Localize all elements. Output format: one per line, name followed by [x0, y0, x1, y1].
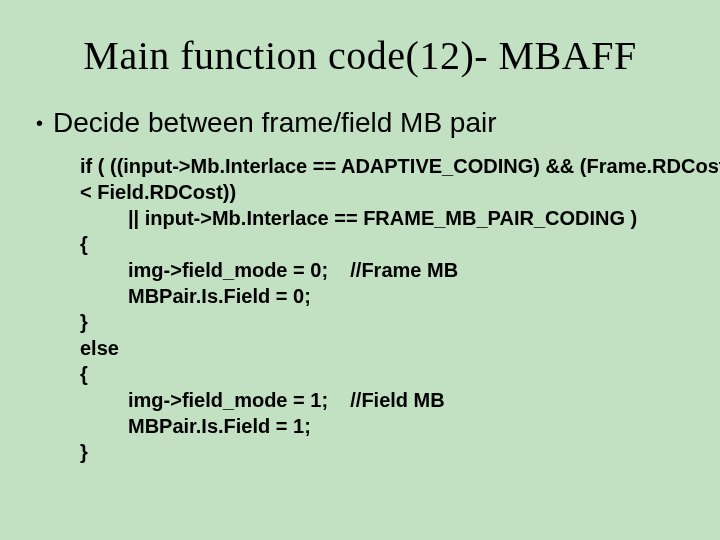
code-line: { — [80, 231, 672, 257]
bullet-marker: • — [36, 107, 43, 139]
code-block: if ( ((input->Mb.Interlace == ADAPTIVE_C… — [80, 153, 672, 465]
code-line: MBPair.Is.Field = 0; — [80, 283, 672, 309]
code-line: } — [80, 439, 672, 465]
code-line: || input->Mb.Interlace == FRAME_MB_PAIR_… — [80, 205, 672, 231]
code-line: < Field.RDCost)) — [80, 179, 672, 205]
code-line: else — [80, 335, 672, 361]
code-line: img->field_mode = 1; //Field MB — [80, 387, 672, 413]
bullet-text: Decide between frame/field MB pair — [53, 107, 497, 139]
bullet-item: • Decide between frame/field MB pair — [36, 107, 672, 139]
code-line: { — [80, 361, 672, 387]
slide: Main function code(12)- MBAFF • Decide b… — [0, 0, 720, 540]
code-line: if ( ((input->Mb.Interlace == ADAPTIVE_C… — [80, 153, 672, 179]
code-line: img->field_mode = 0; //Frame MB — [80, 257, 672, 283]
code-line: } — [80, 309, 672, 335]
code-line: MBPair.Is.Field = 1; — [80, 413, 672, 439]
slide-title: Main function code(12)- MBAFF — [48, 32, 672, 79]
